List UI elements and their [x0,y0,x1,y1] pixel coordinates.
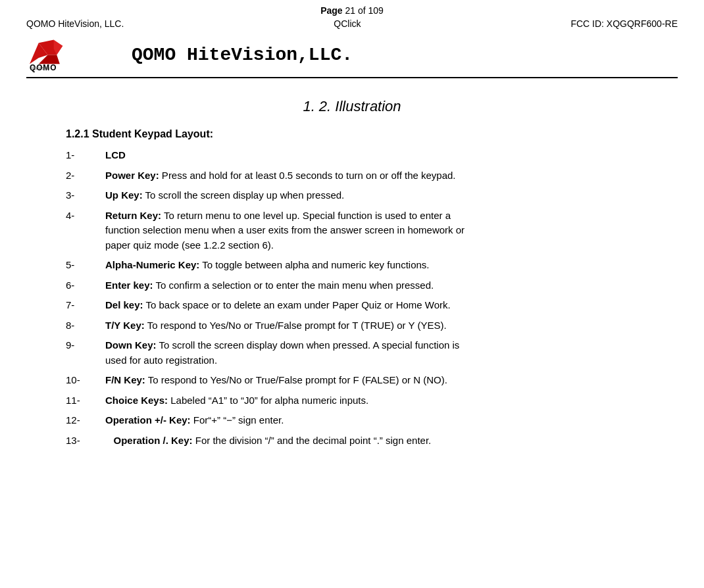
item-bold-label: Enter key: [105,280,153,291]
list-item: 2- Power Key: Press and hold for at leas… [53,168,651,184]
item-content: T/Y Key: To respond to Yes/No or True/Fa… [105,318,651,333]
item-content: Power Key: Press and hold for at least 0… [105,168,651,184]
item-bold-label: F/N Key: [105,374,145,385]
page-number-area: Page 21 of 109 [320,3,384,16]
item-bold-label: Return Key: [105,210,161,221]
item-content: Enter key: To confirm a selection or to … [105,278,651,293]
key-list: 1- LCD 2- Power Key: Press and hold for … [53,148,651,448]
subsection-title: 1.2.1 Student Keypad Layout: [66,128,651,140]
list-item: 4- Return Key: To return menu to one lev… [53,208,651,253]
item-number: 4- [53,208,105,224]
page-current: 21 [345,5,355,16]
list-item: 3- Up Key: To scroll the screen display … [53,188,651,203]
item-number: 1- [53,148,105,163]
header-company: QOMO HiteVision, LLC. [26,18,124,29]
item-bold-label: Power Key: [105,170,159,181]
list-item: 8- T/Y Key: To respond to Yes/No or True… [53,318,651,333]
item-number: 10- [53,373,105,388]
list-item: 7- Del key: To back space or to delete a… [53,298,651,313]
item-number: 5- [53,258,105,273]
page-word: Page [320,5,342,16]
list-item: 1- LCD [53,148,651,163]
company-title: QOMO HiteVision,LLC. [132,45,353,65]
qomo-logo: QOMO HiteVision [26,37,105,73]
item-bold-label: Down Key: [105,339,157,351]
item-bold-label: Del key: [105,299,143,310]
list-item: 12- Operation +/- Key: For“+” “−” sign e… [53,413,651,428]
svg-text:HiteVision: HiteVision [31,66,50,70]
list-item: 11- Choice Keys: Labeled “A1” to “J0” fo… [53,393,651,408]
page-total: 109 [368,5,384,16]
logo-title-area: QOMO HiteVision QOMO HiteVision,LLC. [0,30,704,77]
item-bold-label: Up Key: [105,189,143,201]
header-fcc-id: FCC ID: XQGQRF600-RE [570,18,678,29]
item-bold-label: Alpha-Numeric Key: [105,259,199,270]
list-item: 5- Alpha-Numeric Key: To toggle between … [53,258,651,273]
main-content: 1. 2. Illustration 1.2.1 Student Keypad … [0,98,704,448]
item-content: Alpha-Numeric Key: To toggle between alp… [105,258,651,273]
section-title: 1. 2. Illustration [53,98,651,115]
item-number: 9- [53,338,105,353]
item-content: F/N Key: To respond to Yes/No or True/Fa… [105,373,651,388]
page-header-top: Page 21 of 109 [0,0,704,17]
item-content: Up Key: To scroll the screen display up … [105,188,651,203]
header-divider [26,77,678,78]
item-number: 2- [53,168,105,184]
header-product: QClick [334,18,361,29]
item-number: 6- [53,278,105,293]
item-number: 8- [53,318,105,333]
item-number: 3- [53,188,105,203]
item-content: Choice Keys: Labeled “A1” to “J0” for al… [105,393,651,408]
list-item: 9- Down Key: To scroll the screen displa… [53,338,651,368]
document-header: QOMO HiteVision, LLC. QClick FCC ID: XQG… [0,17,704,30]
item-content: Operation +/- Key: For“+” “−” sign enter… [105,413,651,428]
item-content: Down Key: To scroll the screen display d… [105,338,651,368]
item-bold-label: Operation +/- Key: [105,414,191,426]
item-number: 12- [53,413,105,428]
item-number: 11- [53,393,105,408]
list-item: 10- F/N Key: To respond to Yes/No or Tru… [53,373,651,388]
item-bold-label: Choice Keys: [105,395,168,406]
item-content: Del key: To back space or to delete an e… [105,298,651,313]
list-item: 6- Enter key: To confirm a selection or … [53,278,651,293]
item-bold-label: T/Y Key: [105,320,145,331]
item-number: 7- [53,298,105,313]
logo-area: QOMO HiteVision [26,37,105,73]
page-of: of [358,5,368,16]
item-number: 13- [53,433,105,449]
item-bold-label: LCD [105,149,126,160]
item-content: Return Key: To return menu to one level … [105,208,651,253]
item-content: Operation /. Key: For the division “/” a… [105,433,651,449]
item-bold-label: Operation /. Key: [114,435,193,446]
item-content: LCD [105,148,651,163]
list-item: 13- Operation /. Key: For the division “… [53,433,651,449]
